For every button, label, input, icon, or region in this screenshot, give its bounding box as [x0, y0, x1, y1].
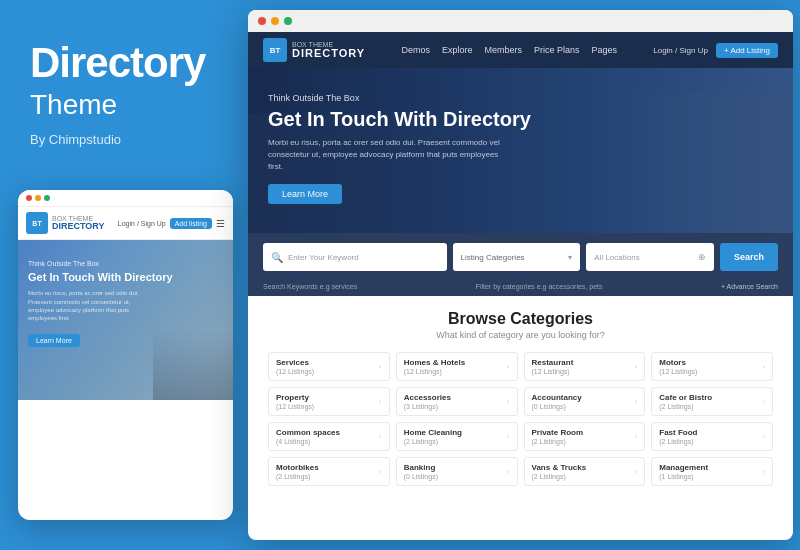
desktop-logo-big: DIRECTORY: [292, 48, 365, 59]
mobile-logo-big: DIRECTORY: [52, 222, 105, 232]
hero-think: Think Outside The Box: [268, 93, 531, 103]
category-select[interactable]: Listing Categories ▾: [453, 243, 581, 271]
mobile-dot-red: [26, 195, 32, 201]
desktop-nav-right: Login / Sign Up + Add Listing: [653, 43, 778, 58]
desktop-nav: BT BOX THEME DIRECTORY Demos Explore Mem…: [248, 32, 793, 68]
category-item[interactable]: Private Room (2 Listings) ›: [524, 422, 646, 451]
category-item[interactable]: Services (12 Listings) ›: [268, 352, 390, 381]
category-info: Banking (0 Listings): [404, 463, 438, 480]
mobile-nav: BT BOX THEME DIRECTORY Login / Sign Up A…: [18, 207, 233, 240]
category-item[interactable]: Home Cleaning (2 Listings) ›: [396, 422, 518, 451]
category-info: Accountancy (0 Listings): [532, 393, 582, 410]
category-count: (0 Listings): [532, 403, 582, 410]
mobile-cta-button[interactable]: Learn More: [28, 334, 80, 347]
category-info: Accessories (3 Listings): [404, 393, 451, 410]
chevron-right-icon: ›: [762, 397, 765, 406]
advance-search-link[interactable]: + Advance Search: [721, 283, 778, 290]
chevron-down-icon: ▾: [568, 253, 572, 262]
nav-item-members[interactable]: Members: [484, 45, 522, 55]
chevron-right-icon: ›: [762, 467, 765, 476]
desktop-titlebar: [248, 10, 793, 32]
category-info: Vans & Trucks (2 Listings): [532, 463, 587, 480]
category-name: Vans & Trucks: [532, 463, 587, 472]
search-hints: Search Keywords e.g services Filter by c…: [248, 281, 793, 296]
browse-title: Browse Categories: [268, 310, 773, 328]
nav-item-demos[interactable]: Demos: [401, 45, 430, 55]
category-item[interactable]: Accountancy (0 Listings) ›: [524, 387, 646, 416]
category-name: Private Room: [532, 428, 584, 437]
chevron-right-icon: ›: [635, 397, 638, 406]
category-item[interactable]: Homes & Hotels (12 Listings) ›: [396, 352, 518, 381]
desktop-hero: Think Outside The Box Get In Touch With …: [248, 68, 793, 233]
mobile-dots: [26, 195, 50, 201]
mobile-hero-content: Think Outside The Box Get In Touch With …: [28, 260, 173, 347]
mobile-desc: Morbi eu risus, porta ac orer sed odio d…: [28, 289, 158, 323]
chevron-right-icon: ›: [635, 467, 638, 476]
search-section: 🔍 Enter Your Keyword Listing Categories …: [248, 233, 793, 281]
nav-item-pages[interactable]: Pages: [591, 45, 617, 55]
browse-section: Browse Categories What kind of category …: [248, 296, 793, 496]
hero-cta-button[interactable]: Learn More: [268, 184, 342, 204]
chevron-right-icon: ›: [762, 362, 765, 371]
category-label: Listing Categories: [461, 253, 525, 262]
desktop-logo-icon: BT: [263, 38, 287, 62]
mobile-mockup: BT BOX THEME DIRECTORY Login / Sign Up A…: [18, 190, 233, 520]
category-item[interactable]: Cafe or Bistro (2 Listings) ›: [651, 387, 773, 416]
category-name: Services: [276, 358, 314, 367]
category-name: Accountancy: [532, 393, 582, 402]
category-info: Property (12 Listings): [276, 393, 314, 410]
chevron-right-icon: ›: [507, 362, 510, 371]
keyword-search-box[interactable]: 🔍 Enter Your Keyword: [263, 243, 447, 271]
chevron-right-icon: ›: [635, 432, 638, 441]
category-count: (12 Listings): [404, 368, 465, 375]
search-icon: 🔍: [271, 252, 283, 263]
chevron-right-icon: ›: [379, 432, 382, 441]
category-name: Cafe or Bistro: [659, 393, 712, 402]
category-count: (12 Listings): [276, 368, 314, 375]
mobile-think: Think Outside The Box: [28, 260, 173, 267]
category-item[interactable]: Property (12 Listings) ›: [268, 387, 390, 416]
category-item[interactable]: Accessories (3 Listings) ›: [396, 387, 518, 416]
category-item[interactable]: Management (1 Listings) ›: [651, 457, 773, 486]
location-icon: ⊕: [698, 252, 706, 262]
category-item[interactable]: Banking (0 Listings) ›: [396, 457, 518, 486]
search-button[interactable]: Search: [720, 243, 778, 271]
category-name: Management: [659, 463, 708, 472]
category-name: Accessories: [404, 393, 451, 402]
category-item[interactable]: Motors (12 Listings) ›: [651, 352, 773, 381]
nav-item-price-plans[interactable]: Price Plans: [534, 45, 580, 55]
desktop-add-listing-button[interactable]: + Add Listing: [716, 43, 778, 58]
location-select[interactable]: All Locations ⊕: [586, 243, 714, 271]
category-info: Management (1 Listings): [659, 463, 708, 480]
mobile-nav-right: Login / Sign Up Add listing ☰: [118, 218, 225, 229]
mobile-add-button[interactable]: Add listing: [170, 218, 212, 229]
category-item[interactable]: Fast Food (2 Listings) ›: [651, 422, 773, 451]
category-count: (12 Listings): [532, 368, 574, 375]
category-count: (0 Listings): [404, 473, 438, 480]
dt-dot-green: [284, 17, 292, 25]
location-label: All Locations: [594, 253, 639, 262]
hero-people-right: [613, 93, 793, 233]
category-item[interactable]: Restaurant (12 Listings) ›: [524, 352, 646, 381]
category-name: Banking: [404, 463, 438, 472]
category-item[interactable]: Vans & Trucks (2 Listings) ›: [524, 457, 646, 486]
category-item[interactable]: Common spaces (4 Listings) ›: [268, 422, 390, 451]
dt-dot-red: [258, 17, 266, 25]
search-input[interactable]: Enter Your Keyword: [288, 253, 439, 262]
category-count: (12 Listings): [659, 368, 697, 375]
category-name: Property: [276, 393, 314, 402]
app-author: By Chimpstudio: [30, 132, 220, 147]
mobile-hamburger-icon[interactable]: ☰: [216, 218, 225, 229]
chevron-right-icon: ›: [379, 397, 382, 406]
hint-keywords: Search Keywords e.g services: [263, 283, 357, 290]
nav-item-explore[interactable]: Explore: [442, 45, 473, 55]
category-name: Restaurant: [532, 358, 574, 367]
chevron-right-icon: ›: [379, 467, 382, 476]
category-item[interactable]: Motorbikes (2 Listings) ›: [268, 457, 390, 486]
desktop-login-link[interactable]: Login / Sign Up: [653, 46, 708, 55]
mobile-login[interactable]: Login / Sign Up: [118, 220, 166, 227]
category-count: (2 Listings): [532, 438, 584, 445]
category-count: (2 Listings): [659, 438, 697, 445]
hero-title: Get In Touch With Directory: [268, 107, 531, 131]
category-count: (2 Listings): [404, 438, 462, 445]
